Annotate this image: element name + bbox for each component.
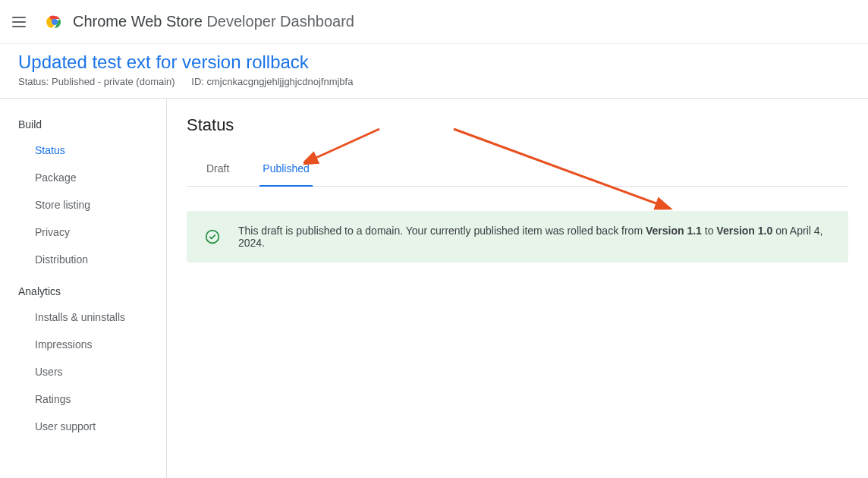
sidebar-item-distribution[interactable]: Distribution: [18, 246, 166, 273]
sidebar-item-user-support[interactable]: User support: [18, 413, 166, 440]
sidebar-item-privacy[interactable]: Privacy: [18, 219, 166, 246]
sidebar-item-impressions[interactable]: Impressions: [18, 331, 166, 358]
page-title: Status: [187, 115, 848, 135]
sidebar-item-package[interactable]: Package: [18, 164, 166, 191]
extension-title[interactable]: Updated test ext for version rollback: [18, 52, 850, 73]
top-bar: Chrome Web Store Developer Dashboard: [0, 0, 868, 44]
app-name-light: Developer Dashboard: [206, 13, 354, 30]
sidebar-section-build: Build: [18, 112, 166, 137]
tabs: Draft Published: [187, 155, 848, 187]
sidebar-section-analytics: Analytics: [18, 279, 166, 303]
tab-published[interactable]: Published: [259, 155, 313, 187]
notice-prefix: This draft is published to a domain. You…: [238, 225, 646, 237]
rollback-notice: This draft is published to a domain. You…: [187, 211, 848, 263]
notice-v2: Version 1.0: [716, 225, 772, 237]
svg-point-3: [206, 231, 219, 244]
sidebar: Build Status Package Store listing Priva…: [0, 99, 167, 478]
sidebar-item-store-listing[interactable]: Store listing: [18, 191, 166, 219]
notice-v1: Version 1.1: [646, 225, 702, 237]
sidebar-item-users[interactable]: Users: [18, 358, 166, 385]
app-logo-title: Chrome Web Store Developer Dashboard: [46, 13, 354, 31]
sidebar-item-ratings[interactable]: Ratings: [18, 385, 166, 413]
content-area: Status Draft Published This draft is pub…: [167, 99, 868, 478]
notice-mid: to: [702, 225, 716, 237]
chrome-logo-icon: [46, 13, 64, 31]
check-circle-icon: [205, 229, 220, 244]
extension-status: Status: Published - private (domain): [18, 76, 175, 87]
extension-id: ID: cmjcnkacgngjehljjghjcdnojfnmjbfa: [191, 76, 353, 87]
sidebar-item-installs[interactable]: Installs & uninstalls: [18, 303, 166, 331]
extension-header: Updated test ext for version rollback St…: [0, 44, 868, 99]
tab-draft[interactable]: Draft: [203, 155, 232, 187]
menu-icon[interactable]: [12, 13, 30, 31]
app-name-strong: Chrome Web Store: [73, 13, 203, 30]
notice-text: This draft is published to a domain. You…: [238, 225, 830, 249]
sidebar-item-status[interactable]: Status: [18, 137, 166, 164]
